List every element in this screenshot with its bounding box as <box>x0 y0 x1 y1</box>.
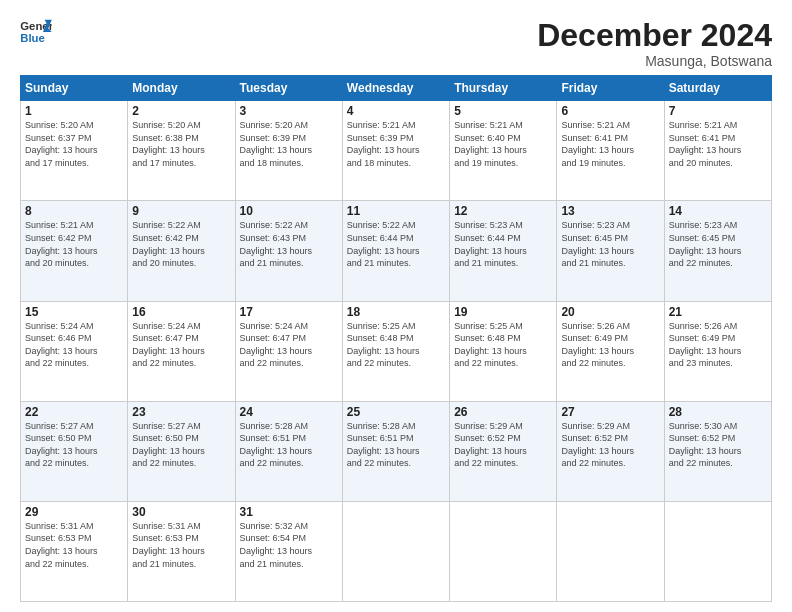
table-row: 2Sunrise: 5:20 AM Sunset: 6:38 PM Daylig… <box>128 101 235 201</box>
day-info: Sunrise: 5:28 AM Sunset: 6:51 PM Dayligh… <box>240 420 338 470</box>
logo: General Blue <box>20 18 52 46</box>
day-number: 10 <box>240 204 338 218</box>
day-number: 22 <box>25 405 123 419</box>
day-number: 5 <box>454 104 552 118</box>
day-number: 3 <box>240 104 338 118</box>
day-info: Sunrise: 5:21 AM Sunset: 6:40 PM Dayligh… <box>454 119 552 169</box>
col-saturday: Saturday <box>664 76 771 101</box>
col-monday: Monday <box>128 76 235 101</box>
calendar-week-1: 1Sunrise: 5:20 AM Sunset: 6:37 PM Daylig… <box>21 101 772 201</box>
day-number: 28 <box>669 405 767 419</box>
table-row: 20Sunrise: 5:26 AM Sunset: 6:49 PM Dayli… <box>557 301 664 401</box>
header-row: Sunday Monday Tuesday Wednesday Thursday… <box>21 76 772 101</box>
day-info: Sunrise: 5:31 AM Sunset: 6:53 PM Dayligh… <box>132 520 230 570</box>
col-sunday: Sunday <box>21 76 128 101</box>
day-info: Sunrise: 5:23 AM Sunset: 6:44 PM Dayligh… <box>454 219 552 269</box>
day-number: 6 <box>561 104 659 118</box>
table-row: 28Sunrise: 5:30 AM Sunset: 6:52 PM Dayli… <box>664 401 771 501</box>
day-info: Sunrise: 5:27 AM Sunset: 6:50 PM Dayligh… <box>132 420 230 470</box>
table-row: 1Sunrise: 5:20 AM Sunset: 6:37 PM Daylig… <box>21 101 128 201</box>
day-number: 18 <box>347 305 445 319</box>
day-number: 1 <box>25 104 123 118</box>
day-info: Sunrise: 5:28 AM Sunset: 6:51 PM Dayligh… <box>347 420 445 470</box>
table-row: 3Sunrise: 5:20 AM Sunset: 6:39 PM Daylig… <box>235 101 342 201</box>
day-number: 14 <box>669 204 767 218</box>
day-number: 2 <box>132 104 230 118</box>
table-row: 15Sunrise: 5:24 AM Sunset: 6:46 PM Dayli… <box>21 301 128 401</box>
table-row: 4Sunrise: 5:21 AM Sunset: 6:39 PM Daylig… <box>342 101 449 201</box>
table-row: 30Sunrise: 5:31 AM Sunset: 6:53 PM Dayli… <box>128 501 235 601</box>
col-tuesday: Tuesday <box>235 76 342 101</box>
col-wednesday: Wednesday <box>342 76 449 101</box>
calendar-week-2: 8Sunrise: 5:21 AM Sunset: 6:42 PM Daylig… <box>21 201 772 301</box>
day-info: Sunrise: 5:29 AM Sunset: 6:52 PM Dayligh… <box>454 420 552 470</box>
table-row: 18Sunrise: 5:25 AM Sunset: 6:48 PM Dayli… <box>342 301 449 401</box>
day-info: Sunrise: 5:20 AM Sunset: 6:37 PM Dayligh… <box>25 119 123 169</box>
day-number: 24 <box>240 405 338 419</box>
table-row: 10Sunrise: 5:22 AM Sunset: 6:43 PM Dayli… <box>235 201 342 301</box>
day-number: 8 <box>25 204 123 218</box>
day-info: Sunrise: 5:23 AM Sunset: 6:45 PM Dayligh… <box>669 219 767 269</box>
table-row <box>664 501 771 601</box>
day-info: Sunrise: 5:20 AM Sunset: 6:39 PM Dayligh… <box>240 119 338 169</box>
day-info: Sunrise: 5:21 AM Sunset: 6:41 PM Dayligh… <box>669 119 767 169</box>
day-info: Sunrise: 5:29 AM Sunset: 6:52 PM Dayligh… <box>561 420 659 470</box>
table-row <box>342 501 449 601</box>
calendar-week-3: 15Sunrise: 5:24 AM Sunset: 6:46 PM Dayli… <box>21 301 772 401</box>
table-row: 14Sunrise: 5:23 AM Sunset: 6:45 PM Dayli… <box>664 201 771 301</box>
col-friday: Friday <box>557 76 664 101</box>
calendar-week-5: 29Sunrise: 5:31 AM Sunset: 6:53 PM Dayli… <box>21 501 772 601</box>
table-row: 29Sunrise: 5:31 AM Sunset: 6:53 PM Dayli… <box>21 501 128 601</box>
day-info: Sunrise: 5:21 AM Sunset: 6:42 PM Dayligh… <box>25 219 123 269</box>
location: Masunga, Botswana <box>537 53 772 69</box>
table-row <box>450 501 557 601</box>
svg-text:Blue: Blue <box>20 32 45 44</box>
table-row: 12Sunrise: 5:23 AM Sunset: 6:44 PM Dayli… <box>450 201 557 301</box>
table-row <box>557 501 664 601</box>
day-info: Sunrise: 5:22 AM Sunset: 6:43 PM Dayligh… <box>240 219 338 269</box>
day-number: 21 <box>669 305 767 319</box>
day-number: 9 <box>132 204 230 218</box>
table-row: 8Sunrise: 5:21 AM Sunset: 6:42 PM Daylig… <box>21 201 128 301</box>
day-number: 13 <box>561 204 659 218</box>
day-info: Sunrise: 5:26 AM Sunset: 6:49 PM Dayligh… <box>561 320 659 370</box>
table-row: 11Sunrise: 5:22 AM Sunset: 6:44 PM Dayli… <box>342 201 449 301</box>
day-info: Sunrise: 5:23 AM Sunset: 6:45 PM Dayligh… <box>561 219 659 269</box>
day-number: 30 <box>132 505 230 519</box>
col-thursday: Thursday <box>450 76 557 101</box>
table-row: 17Sunrise: 5:24 AM Sunset: 6:47 PM Dayli… <box>235 301 342 401</box>
table-row: 19Sunrise: 5:25 AM Sunset: 6:48 PM Dayli… <box>450 301 557 401</box>
day-info: Sunrise: 5:22 AM Sunset: 6:44 PM Dayligh… <box>347 219 445 269</box>
day-info: Sunrise: 5:21 AM Sunset: 6:39 PM Dayligh… <box>347 119 445 169</box>
day-info: Sunrise: 5:24 AM Sunset: 6:47 PM Dayligh… <box>240 320 338 370</box>
table-row: 6Sunrise: 5:21 AM Sunset: 6:41 PM Daylig… <box>557 101 664 201</box>
table-row: 23Sunrise: 5:27 AM Sunset: 6:50 PM Dayli… <box>128 401 235 501</box>
calendar-week-4: 22Sunrise: 5:27 AM Sunset: 6:50 PM Dayli… <box>21 401 772 501</box>
header: General Blue December 2024 Masunga, Bots… <box>20 18 772 69</box>
day-number: 27 <box>561 405 659 419</box>
day-info: Sunrise: 5:25 AM Sunset: 6:48 PM Dayligh… <box>454 320 552 370</box>
day-number: 4 <box>347 104 445 118</box>
day-info: Sunrise: 5:26 AM Sunset: 6:49 PM Dayligh… <box>669 320 767 370</box>
table-row: 31Sunrise: 5:32 AM Sunset: 6:54 PM Dayli… <box>235 501 342 601</box>
table-row: 24Sunrise: 5:28 AM Sunset: 6:51 PM Dayli… <box>235 401 342 501</box>
table-row: 21Sunrise: 5:26 AM Sunset: 6:49 PM Dayli… <box>664 301 771 401</box>
table-row: 22Sunrise: 5:27 AM Sunset: 6:50 PM Dayli… <box>21 401 128 501</box>
day-info: Sunrise: 5:30 AM Sunset: 6:52 PM Dayligh… <box>669 420 767 470</box>
day-info: Sunrise: 5:27 AM Sunset: 6:50 PM Dayligh… <box>25 420 123 470</box>
day-info: Sunrise: 5:20 AM Sunset: 6:38 PM Dayligh… <box>132 119 230 169</box>
day-info: Sunrise: 5:21 AM Sunset: 6:41 PM Dayligh… <box>561 119 659 169</box>
table-row: 26Sunrise: 5:29 AM Sunset: 6:52 PM Dayli… <box>450 401 557 501</box>
day-number: 11 <box>347 204 445 218</box>
page: General Blue December 2024 Masunga, Bots… <box>0 0 792 612</box>
table-row: 5Sunrise: 5:21 AM Sunset: 6:40 PM Daylig… <box>450 101 557 201</box>
table-row: 9Sunrise: 5:22 AM Sunset: 6:42 PM Daylig… <box>128 201 235 301</box>
logo-icon: General Blue <box>20 18 52 46</box>
day-info: Sunrise: 5:22 AM Sunset: 6:42 PM Dayligh… <box>132 219 230 269</box>
table-row: 7Sunrise: 5:21 AM Sunset: 6:41 PM Daylig… <box>664 101 771 201</box>
day-number: 29 <box>25 505 123 519</box>
title-block: December 2024 Masunga, Botswana <box>537 18 772 69</box>
day-number: 25 <box>347 405 445 419</box>
day-info: Sunrise: 5:24 AM Sunset: 6:47 PM Dayligh… <box>132 320 230 370</box>
day-number: 26 <box>454 405 552 419</box>
